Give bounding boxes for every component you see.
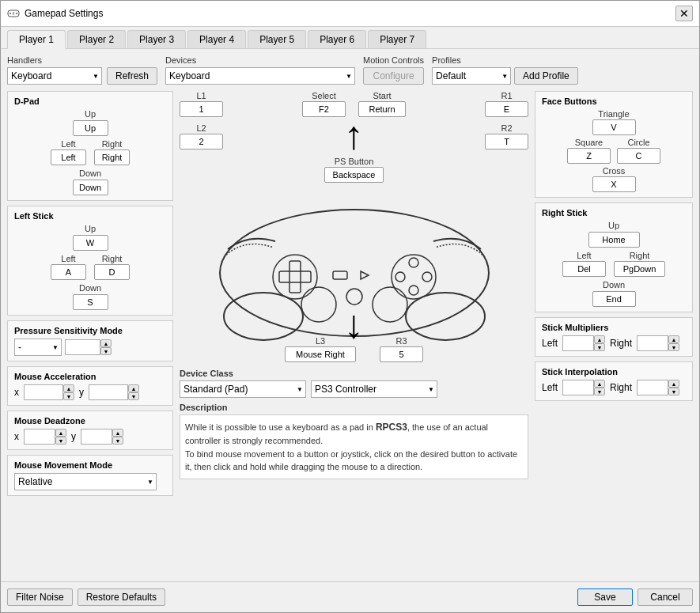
tab-player2[interactable]: Player 2 <box>67 30 126 48</box>
handlers-label: Handlers <box>7 55 157 65</box>
tab-player6[interactable]: Player 6 <box>308 30 366 48</box>
gamepad-icon <box>7 7 20 20</box>
stick-interp-right-down[interactable]: ▼ <box>668 388 679 395</box>
rs-right-button[interactable]: PgDown <box>614 261 665 277</box>
mouse-deadzone-x-up[interactable]: ▲ <box>55 429 66 437</box>
save-button[interactable]: Save <box>577 588 633 606</box>
ls-left-label: Left <box>61 254 75 263</box>
title-bar: Gamepad Settings ✕ <box>1 1 699 27</box>
center-panel: L1 1 L2 2 Select F2 <box>180 91 528 575</box>
stick-mult-left-up[interactable]: ▲ <box>594 335 605 343</box>
devices-select[interactable]: Keyboard <box>165 67 355 85</box>
l3-button[interactable]: Mouse Right <box>285 346 356 362</box>
tab-player7[interactable]: Player 7 <box>368 30 426 48</box>
dpad-left-label: Left <box>61 139 75 149</box>
r1-label: R1 <box>501 91 512 100</box>
stick-interp-left-up[interactable]: ▲ <box>594 380 605 388</box>
mouse-accel-x-down[interactable]: ▼ <box>63 392 74 400</box>
mouse-deadzone-y-input[interactable]: 60 <box>81 429 112 445</box>
mouse-accel-y-input[interactable]: 2.50 <box>89 384 128 400</box>
refresh-button[interactable]: Refresh <box>107 67 157 85</box>
stick-mult-right-up[interactable]: ▲ <box>668 335 679 343</box>
rs-down-button[interactable]: End <box>592 291 636 307</box>
stick-mult-left-down[interactable]: ▼ <box>594 343 605 351</box>
start-label: Start <box>373 91 391 100</box>
pressure-section: Pressure Sensitivity Mode - 50% ▲ ▼ <box>7 320 173 361</box>
arrow-up-icon: ↑ <box>344 115 364 155</box>
devices-label: Devices <box>165 55 355 65</box>
cross-button[interactable]: X <box>592 176 636 192</box>
cancel-button[interactable]: Cancel <box>638 588 693 606</box>
ps-button-label: PS Button <box>335 157 374 166</box>
mouse-accel-title: Mouse Acceleration <box>14 372 166 381</box>
mouse-deadzone-y-up[interactable]: ▲ <box>112 429 123 437</box>
handlers-select[interactable]: Keyboard <box>7 67 102 85</box>
triangle-button[interactable]: V <box>592 119 636 135</box>
mouse-accel-y-down[interactable]: ▼ <box>128 392 139 400</box>
mouse-accel-x-up[interactable]: ▲ <box>63 384 74 392</box>
device-type-select[interactable]: PS3 Controller <box>311 380 437 398</box>
description-section: Description While it is possible to use … <box>180 403 528 479</box>
ls-right-button[interactable]: D <box>94 264 130 280</box>
filter-noise-button[interactable]: Filter Noise <box>7 588 73 606</box>
stick-mult-right-down[interactable]: ▼ <box>668 343 679 351</box>
devices-section: Devices Keyboard <box>165 55 355 85</box>
tab-player3[interactable]: Player 3 <box>127 30 186 48</box>
stick-mult-right-input[interactable]: 1.00 <box>637 335 668 351</box>
mouse-deadzone-x-down[interactable]: ▼ <box>55 437 66 445</box>
svg-point-12 <box>392 255 436 299</box>
right-stick-section: Right Stick Up Home Left Del Right PgDow… <box>535 202 693 312</box>
profiles-select[interactable]: Default <box>432 67 511 85</box>
pressure-title: Pressure Sensitivity Mode <box>14 326 166 335</box>
pressure-mode-select[interactable]: - <box>14 339 62 356</box>
stick-interp-left-input[interactable]: 1.00 <box>562 380 594 395</box>
profiles-label: Profiles <box>432 55 578 65</box>
stick-interp-left-down[interactable]: ▼ <box>594 388 605 395</box>
ls-up-button[interactable]: W <box>73 235 108 251</box>
square-button[interactable]: Z <box>567 148 611 164</box>
circle-button[interactable]: C <box>617 148 660 164</box>
l1-button[interactable]: 1 <box>180 101 223 117</box>
tab-player4[interactable]: Player 4 <box>187 30 246 48</box>
tab-player1[interactable]: Player 1 <box>7 30 66 49</box>
dpad-up-button[interactable]: Up <box>73 120 108 136</box>
mouse-accel-x-input[interactable]: 2.00 <box>24 384 63 400</box>
l2-button[interactable]: 2 <box>180 134 223 149</box>
stick-mult-left-input[interactable]: 1.00 <box>562 335 594 351</box>
mouse-accel-y-up[interactable]: ▲ <box>128 384 139 392</box>
ls-left-button[interactable]: A <box>51 264 86 280</box>
dpad-left-button[interactable]: Left <box>51 149 86 165</box>
rs-left-button[interactable]: Del <box>562 261 606 277</box>
ls-down-button[interactable]: S <box>73 294 108 310</box>
dpad-right-button[interactable]: Right <box>94 149 130 165</box>
tab-player5[interactable]: Player 5 <box>248 30 306 48</box>
motion-controls-section: Motion Controls Configure <box>363 55 424 85</box>
restore-defaults-button[interactable]: Restore Defaults <box>78 588 165 606</box>
bottom-bar: Filter Noise Restore Defaults Save Cance… <box>1 581 699 612</box>
select-button[interactable]: F2 <box>302 101 346 117</box>
stick-interp-right-input[interactable]: 1.00 <box>637 380 668 395</box>
window-title: Gamepad Settings <box>25 8 675 19</box>
dpad-title: D-Pad <box>14 96 166 106</box>
rs-up-button[interactable]: Home <box>588 232 640 248</box>
mouse-deadzone-x-input[interactable]: 60 <box>24 429 55 445</box>
ls-down-label: Down <box>79 283 101 293</box>
r3-button[interactable]: 5 <box>380 346 423 362</box>
mouse-movement-select[interactable]: Relative Absolute <box>14 473 157 490</box>
ps-button[interactable]: Backspace <box>324 167 384 183</box>
configure-button[interactable]: Configure <box>363 67 424 85</box>
rs-up-label: Up <box>608 221 619 230</box>
start-button[interactable]: Return <box>358 101 406 117</box>
pressure-percent-input[interactable]: 50% <box>65 339 100 355</box>
dpad-down-button[interactable]: Down <box>73 180 108 195</box>
pressure-down-btn[interactable]: ▼ <box>100 347 112 355</box>
stick-interp-right-up[interactable]: ▲ <box>668 380 679 388</box>
pressure-up-btn[interactable]: ▲ <box>100 339 112 347</box>
r2-button[interactable]: T <box>485 134 528 149</box>
r1-button[interactable]: E <box>485 101 528 117</box>
add-profile-button[interactable]: Add Profile <box>514 67 578 85</box>
dpad-up-label: Up <box>85 109 96 119</box>
device-class-select[interactable]: Standard (Pad) <box>180 380 306 398</box>
mouse-deadzone-y-down[interactable]: ▼ <box>112 437 123 445</box>
close-button[interactable]: ✕ <box>675 6 693 21</box>
